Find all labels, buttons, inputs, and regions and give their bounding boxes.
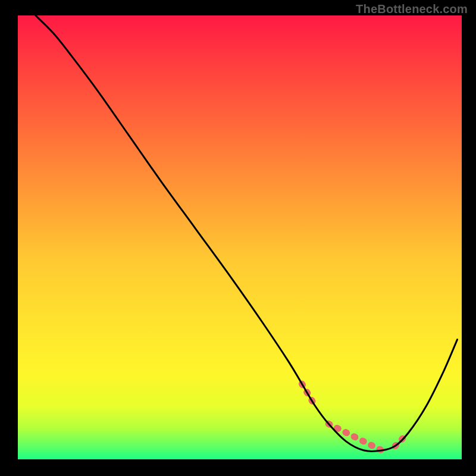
gradient-background bbox=[18, 15, 462, 459]
watermark-text: TheBottleneck.com bbox=[356, 2, 468, 16]
bottleneck-chart bbox=[0, 0, 476, 476]
chart-stage: TheBottleneck.com bbox=[0, 0, 476, 476]
